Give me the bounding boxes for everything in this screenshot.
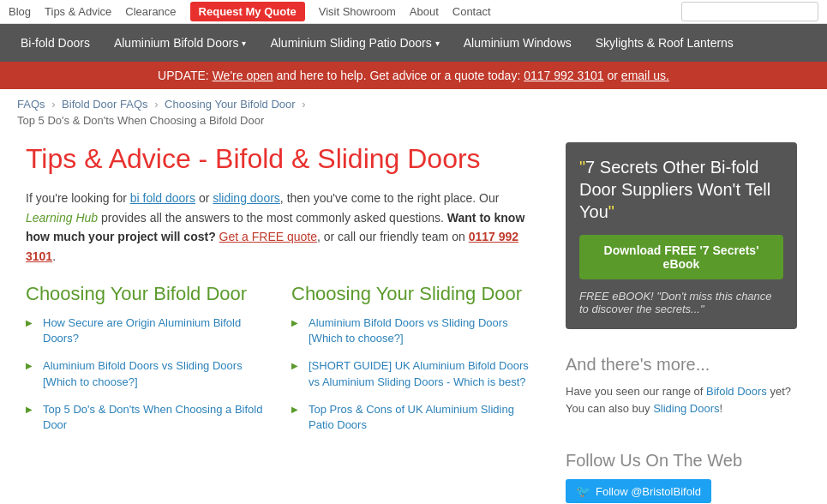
free-quote-link[interactable]: Get a FREE quote [219, 230, 317, 243]
intro-paragraph: If you're looking for bi fold doors or s… [26, 189, 540, 266]
col2-title: Choosing Your Sliding Door [291, 283, 540, 305]
ebook-box: "7 Secrets Other Bi-fold Door Suppliers … [566, 142, 797, 329]
follow-section: Follow Us On The Web 🐦 Follow @BristolBi… [566, 442, 797, 504]
ebook-sub-text: FREE eBOOK! "Don't miss this chance to d… [579, 290, 783, 315]
download-ebook-button[interactable]: Download FREE '7 Secrets' eBook [579, 235, 783, 279]
bifold-doors-sidebar-link[interactable]: Bifold Doors [706, 385, 767, 398]
list-item: Aluminium Bifold Doors vs Sliding Doors … [26, 358, 274, 389]
nav-aluminium-bifold[interactable]: Aluminium Bifold Doors ▾ [102, 24, 259, 62]
breadcrumb-bifold-faqs[interactable]: Bifold Door FAQs [62, 98, 147, 111]
follow-title: Follow Us On The Web [566, 451, 797, 471]
intro-part3: , then you've come to the right place. O… [280, 191, 500, 205]
search-area [681, 2, 818, 21]
col-bifold: Choosing Your Bifold Door How Secure are… [26, 283, 274, 445]
col1-item-2-link[interactable]: Aluminium Bifold Doors vs Sliding Doors … [43, 358, 274, 389]
top-nav: Blog Tips & Advice Clearance Request My … [0, 0, 827, 24]
col1-list: How Secure are Origin Aluminium Bifold D… [26, 315, 274, 433]
nav-bifold-doors[interactable]: Bi-fold Doors [9, 24, 102, 62]
list-item: Top 5 Do's & Don'ts When Choosing a Bifo… [26, 402, 274, 433]
more-text: Have you seen our range of Bifold Doors … [566, 383, 797, 417]
learning-hub-link[interactable]: Learning Hub [26, 211, 98, 225]
breadcrumb-faqs[interactable]: FAQs [17, 98, 45, 111]
ebook-title: "7 Secrets Other Bi-fold Door Suppliers … [579, 156, 783, 223]
list-item: [SHORT GUIDE] UK Aluminium Bifold Doors … [291, 358, 540, 389]
were-open-link[interactable]: We're open [213, 69, 273, 82]
nav-skylights[interactable]: Skylights & Roof Lanterns [584, 24, 746, 62]
col2-item-3-link[interactable]: Top Pros & Cons of UK Aluminium Sliding … [309, 402, 540, 433]
breadcrumb-choosing[interactable]: Choosing Your Bifold Door [165, 98, 296, 111]
breadcrumb-sep-1: › [51, 98, 58, 111]
intro-part6: , or call our friendly team on [317, 230, 469, 243]
request-quote-button[interactable]: Request My Quote [190, 2, 305, 21]
breadcrumb-sep-3: › [302, 98, 305, 111]
col1-item-3-link[interactable]: Top 5 Do's & Don'ts When Choosing a Bifo… [43, 402, 274, 433]
sliding-doors-link[interactable]: sliding doors [213, 191, 280, 205]
sliding-doors-sidebar-link[interactable]: Sliding Doors [653, 402, 719, 415]
clearance-link[interactable]: Clearance [125, 5, 176, 18]
more-part1: Have you seen our range of [566, 385, 706, 398]
intro-part1: If you're looking for [26, 191, 130, 205]
breadcrumb-sep-2: › [154, 98, 161, 111]
intro-part4: provides all the answers to the most com… [98, 211, 447, 225]
more-title: And there's more... [566, 355, 797, 375]
twitter-follow-button[interactable]: 🐦 Follow @BristolBifold [566, 479, 711, 503]
more-section: And there's more... Have you seen our ra… [566, 346, 797, 425]
alert-bar: UPDATE: We're open and here to help. Get… [0, 62, 827, 89]
col1-item-1-link[interactable]: How Secure are Origin Aluminium Bifold D… [43, 315, 274, 346]
alert-after-link: and here to help. Get advice or a quote … [273, 69, 524, 82]
more-part3: ! [719, 402, 722, 415]
col1-title: Choosing Your Bifold Door [26, 283, 274, 305]
phone-link[interactable]: 0117 992 3101 [524, 69, 603, 82]
main-nav: Bi-fold Doors Aluminium Bifold Doors ▾ A… [0, 24, 827, 62]
visit-showroom-link[interactable]: Visit Showroom [319, 5, 396, 18]
twitter-button-label: Follow @BristolBifold [596, 485, 701, 498]
list-item: Aluminium Bifold Doors vs Sliding Doors … [291, 315, 540, 346]
quote-close: " [608, 202, 614, 221]
dropdown-arrow-1: ▾ [242, 39, 246, 48]
email-link[interactable]: email us. [621, 69, 669, 82]
nav-aluminium-windows[interactable]: Aluminium Windows [452, 24, 584, 62]
breadcrumb: FAQs › Bifold Door FAQs › Choosing Your … [0, 89, 827, 114]
list-item: Top Pros & Cons of UK Aluminium Sliding … [291, 402, 540, 433]
page-layout: Tips & Advice - Bifold & Sliding Doors I… [0, 134, 827, 504]
col2-item-2-link[interactable]: [SHORT GUIDE] UK Aluminium Bifold Doors … [309, 358, 540, 389]
alert-text: UPDATE: [158, 69, 213, 82]
bi-fold-doors-link[interactable]: bi fold doors [130, 191, 195, 205]
main-content: Tips & Advice - Bifold & Sliding Doors I… [9, 134, 557, 504]
dropdown-arrow-2: ▾ [435, 39, 440, 48]
alert-or: or [604, 69, 621, 82]
page-title: Tips & Advice - Bifold & Sliding Doors [26, 142, 540, 175]
col2-item-1-link[interactable]: Aluminium Bifold Doors vs Sliding Doors … [309, 315, 540, 346]
blog-link[interactable]: Blog [9, 5, 31, 18]
search-input[interactable] [681, 2, 818, 21]
tips-advice-link[interactable]: Tips & Advice [45, 5, 111, 18]
breadcrumb-current: Top 5 Do's & Don'ts When Choosing a Bifo… [0, 114, 827, 134]
contact-link[interactable]: Contact [452, 5, 491, 18]
nav-aluminium-bifold-label: Aluminium Bifold Doors [114, 36, 239, 50]
intro-part2: or [195, 191, 213, 205]
col-sliding: Choosing Your Sliding Door Aluminium Bif… [291, 283, 540, 445]
twitter-icon: 🐦 [576, 484, 590, 498]
sidebar: "7 Secrets Other Bi-fold Door Suppliers … [557, 134, 806, 504]
col2-list: Aluminium Bifold Doors vs Sliding Doors … [291, 315, 540, 433]
nav-aluminium-sliding-label: Aluminium Sliding Patio Doors [270, 36, 431, 50]
list-item: How Secure are Origin Aluminium Bifold D… [26, 315, 274, 346]
intro-end: . [52, 249, 56, 263]
two-column-section: Choosing Your Bifold Door How Secure are… [26, 283, 540, 445]
about-link[interactable]: About [410, 5, 439, 18]
nav-aluminium-sliding[interactable]: Aluminium Sliding Patio Doors ▾ [258, 24, 451, 62]
